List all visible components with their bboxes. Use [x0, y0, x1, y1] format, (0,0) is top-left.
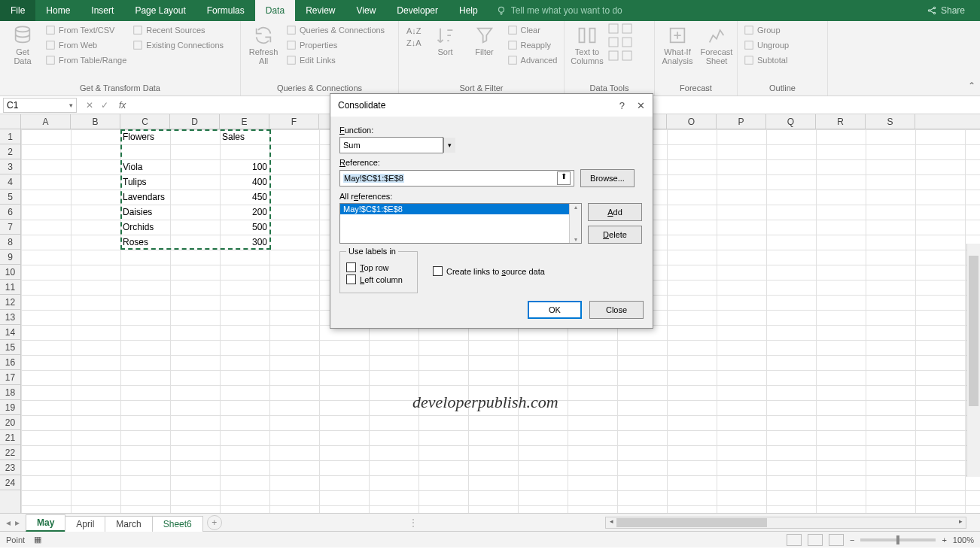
page-break-view-button[interactable]	[829, 534, 844, 546]
left-column-checkbox[interactable]: Left column	[346, 274, 411, 284]
row-header[interactable]: 8	[0, 235, 20, 250]
forecast-sheet-button[interactable]: Forecast Sheet	[698, 23, 735, 67]
data-model-icon[interactable]	[622, 50, 632, 61]
row-header[interactable]: 6	[0, 205, 20, 220]
subtotal-button[interactable]: Subtotal	[742, 53, 790, 67]
horizontal-scrollbar[interactable]: ◂ ▸	[605, 517, 966, 529]
row-header[interactable]: 9	[0, 250, 20, 265]
macro-record-icon[interactable]: ▦	[34, 535, 41, 544]
sheet-nav-prev-icon[interactable]: ◂	[6, 517, 11, 528]
column-header[interactable]: D	[170, 114, 220, 129]
cell-E8[interactable]: 300	[220, 235, 269, 250]
create-links-checkbox[interactable]: Create links to source data	[433, 266, 545, 276]
function-select[interactable]: Sum	[339, 137, 443, 153]
cell-E4[interactable]: 400	[220, 174, 269, 190]
vertical-scrollbar[interactable]	[966, 244, 980, 477]
text-to-columns-button[interactable]: Text to Columns	[569, 23, 605, 67]
row-header[interactable]: 5	[0, 190, 20, 205]
filter-button[interactable]: Filter	[467, 23, 503, 58]
row-header[interactable]: 2	[0, 144, 20, 159]
delete-button[interactable]: Delete	[588, 226, 642, 244]
cell-E1[interactable]: Sales	[220, 129, 269, 144]
sheet-tab-may[interactable]: May	[26, 514, 65, 532]
row-header[interactable]: 14	[0, 325, 20, 340]
tab-data[interactable]: Data	[255, 0, 295, 21]
group-button[interactable]: Group	[742, 23, 790, 37]
what-if-button[interactable]: What-If Analysis	[659, 23, 695, 67]
row-header[interactable]: 15	[0, 340, 20, 355]
remove-dup-icon[interactable]	[622, 23, 632, 34]
sheet-tab-sheet6[interactable]: Sheet6	[152, 516, 203, 532]
row-header[interactable]: 12	[0, 295, 20, 310]
dropdown-arrow-icon[interactable]: ▾	[443, 138, 455, 153]
from-web-button[interactable]: From Web	[44, 38, 128, 52]
row-header[interactable]: 4	[0, 174, 20, 190]
close-button[interactable]: Close	[589, 301, 644, 319]
row-header[interactable]: 17	[0, 370, 20, 385]
select-all-corner[interactable]	[0, 114, 21, 129]
zoom-in-button[interactable]: +	[942, 535, 946, 544]
tab-review[interactable]: Review	[295, 0, 345, 21]
collapse-dialog-icon[interactable]: ⬆	[557, 171, 571, 185]
zoom-level[interactable]: 100%	[953, 535, 974, 544]
tell-me[interactable]: Tell me what you want to do	[488, 5, 630, 16]
from-table-range-button[interactable]: From Table/Range	[44, 53, 128, 67]
column-header[interactable]: S	[866, 114, 915, 129]
tab-view[interactable]: View	[346, 0, 387, 21]
flash-fill-icon[interactable]	[608, 23, 619, 34]
row-header[interactable]: 23	[0, 460, 20, 475]
column-header[interactable]: R	[816, 114, 866, 129]
column-header[interactable]: A	[21, 114, 71, 129]
browse-button[interactable]: Browse...	[580, 169, 635, 187]
zoom-out-button[interactable]: −	[850, 535, 854, 544]
add-button[interactable]: Add	[588, 203, 642, 221]
all-references-list[interactable]: May!$C$1:$E$8 ▴ ▾	[339, 203, 582, 244]
tab-help[interactable]: Help	[449, 0, 488, 21]
row-header[interactable]: 1	[0, 129, 20, 144]
ok-button[interactable]: OK	[528, 301, 582, 319]
reference-input[interactable]: May!$C$1:$E$8 ⬆	[339, 170, 574, 187]
column-header[interactable]: B	[71, 114, 120, 129]
row-header[interactable]: 22	[0, 445, 20, 460]
cell-C6[interactable]: Daisies	[120, 205, 170, 220]
name-box[interactable]: C1	[3, 98, 77, 113]
enter-icon[interactable]: ✓	[101, 100, 108, 111]
recent-sources-button[interactable]: Recent Sources	[131, 23, 225, 37]
column-header[interactable]: Q	[766, 114, 816, 129]
row-header[interactable]: 24	[0, 475, 20, 490]
list-scrollbar[interactable]: ▴ ▾	[569, 204, 581, 243]
close-icon[interactable]: ✕	[637, 100, 645, 111]
help-icon[interactable]: ?	[619, 100, 625, 111]
cell-C3[interactable]: Viola	[120, 159, 170, 174]
cancel-icon[interactable]: ✕	[86, 100, 93, 111]
cell-C8[interactable]: Roses	[120, 235, 170, 250]
cell-C4[interactable]: Tulips	[120, 174, 170, 190]
consolidate-icon[interactable]	[622, 37, 632, 47]
relationships-icon[interactable]	[608, 50, 619, 61]
row-header[interactable]: 20	[0, 415, 20, 430]
sort-desc-button[interactable]: Z↓A	[406, 38, 422, 47]
normal-view-button[interactable]	[787, 534, 802, 546]
cell-C7[interactable]: Orchids	[120, 220, 170, 235]
fx-icon[interactable]: fx	[114, 100, 130, 111]
sheet-nav-next-icon[interactable]: ▸	[15, 517, 20, 528]
cell-C5[interactable]: Lavendars	[120, 190, 170, 205]
refresh-all-button[interactable]: Refresh All	[245, 23, 282, 67]
sort-asc-button[interactable]: A↓Z	[406, 26, 422, 35]
tab-developer[interactable]: Developer	[386, 0, 449, 21]
row-header[interactable]: 18	[0, 385, 20, 400]
existing-connections-button[interactable]: Existing Connections	[131, 38, 225, 52]
add-sheet-button[interactable]: +	[207, 515, 222, 530]
row-header[interactable]: 21	[0, 430, 20, 445]
dialog-titlebar[interactable]: Consolidate ? ✕	[330, 94, 653, 117]
column-header[interactable]: P	[717, 114, 766, 129]
column-header[interactable]: O	[667, 114, 717, 129]
row-header[interactable]: 11	[0, 280, 20, 295]
from-text-csv-button[interactable]: From Text/CSV	[44, 23, 128, 37]
sort-button[interactable]: Sort	[428, 23, 464, 58]
row-header[interactable]: 19	[0, 400, 20, 415]
properties-button[interactable]: Properties	[285, 38, 386, 52]
row-header[interactable]: 10	[0, 265, 20, 280]
tab-formulas[interactable]: Formulas	[196, 0, 255, 21]
collapse-ribbon-icon[interactable]: ⌃	[968, 80, 975, 91]
